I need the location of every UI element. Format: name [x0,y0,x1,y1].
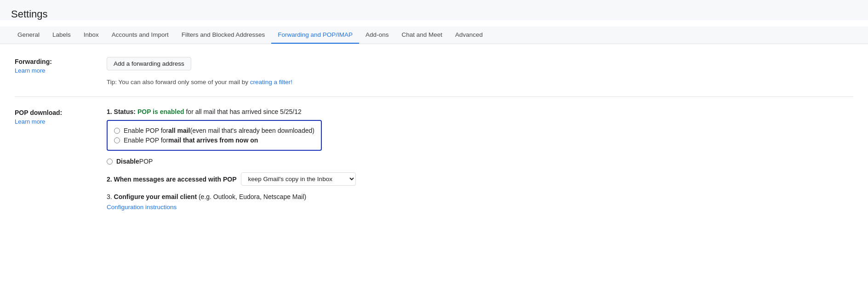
configuration-instructions-link[interactable]: Configuration instructions [107,204,177,211]
add-forwarding-address-button[interactable]: Add a forwarding address [107,57,191,70]
forwarding-content: Add a forwarding address Tip: You can al… [107,57,853,85]
pop-option-from-now-on[interactable]: Enable POP for mail that arrives from no… [114,137,314,144]
pop-download-section: POP download: Learn more 1. Status: POP … [15,108,853,211]
pop-status-prefix: 1. Status: [107,108,136,115]
pop-options-box: Enable POP for all mail (even mail that'… [107,120,322,151]
pop-download-label: POP download: Learn more [15,108,107,125]
pop-option-all-mail[interactable]: Enable POP for all mail (even mail that'… [114,127,314,134]
pop-radio-all-mail[interactable] [114,128,120,134]
pop-option1-text2: (even mail that's already been downloade… [190,127,314,134]
pop-option2-bold: mail that arrives from now on [168,137,258,144]
configure-bold: Configure your email client [114,193,197,200]
configure-number: 3. [107,193,114,200]
tip-text-prefix: Tip: You can also forward only some of y… [107,79,248,85]
forwarding-label: Forwarding: Learn more [15,57,107,74]
when-messages-label: 2. When messages are accessed with POP [107,176,236,183]
forwarding-tip: Tip: You can also forward only some of y… [107,79,853,85]
tabs-nav: General Labels Inbox Accounts and Import… [0,27,868,44]
tab-forwarding-pop-imap[interactable]: Forwarding and POP/IMAP [271,27,359,44]
pop-disable-bold: Disable [116,158,139,165]
tab-accounts-import[interactable]: Accounts and Import [105,27,175,44]
tab-inbox[interactable]: Inbox [77,27,105,44]
pop-status-suffix: for all mail that has arrived since 5/25… [186,108,301,115]
when-messages-row: 2. When messages are accessed with POP k… [107,172,853,186]
pop-download-content: 1. Status: POP is enabled for all mail t… [107,108,853,211]
pop-radio-disable[interactable] [107,159,113,165]
tab-filters-blocked[interactable]: Filters and Blocked Addresses [175,27,272,44]
pop-option2-text1: Enable POP for [124,137,168,144]
pop-enabled-text: POP is enabled [137,108,184,115]
tab-advanced[interactable]: Advanced [449,27,489,44]
pop-download-title: POP download: [15,109,62,116]
forwarding-section: Forwarding: Learn more Add a forwarding … [15,57,853,85]
creating-filter-link[interactable]: creating a filter! [250,79,292,85]
tab-general[interactable]: General [11,27,46,44]
when-messages-select[interactable]: keep Gmail's copy in the Inbox mark Gmai… [241,172,356,186]
pop-disable-text2: POP [139,158,153,165]
configure-title: 3. Configure your email client (e.g. Out… [107,193,853,200]
pop-option1-bold: all mail [168,127,190,134]
section-divider-1 [15,97,853,97]
tab-add-ons[interactable]: Add-ons [359,27,395,44]
forwarding-learn-more[interactable]: Learn more [15,67,107,74]
tab-labels[interactable]: Labels [46,27,77,44]
configure-suffix: (e.g. Outlook, Eudora, Netscape Mail) [197,193,306,200]
pop-option1-text1: Enable POP for [124,127,168,134]
pop-status-line: 1. Status: POP is enabled for all mail t… [107,108,853,115]
tab-chat-meet[interactable]: Chat and Meet [395,27,449,44]
pop-download-learn-more[interactable]: Learn more [15,118,107,125]
page-title: Settings [11,8,857,20]
forwarding-title: Forwarding: [15,58,52,65]
pop-radio-from-now-on[interactable] [114,137,120,143]
pop-option-disable[interactable]: Disable POP [107,158,853,165]
